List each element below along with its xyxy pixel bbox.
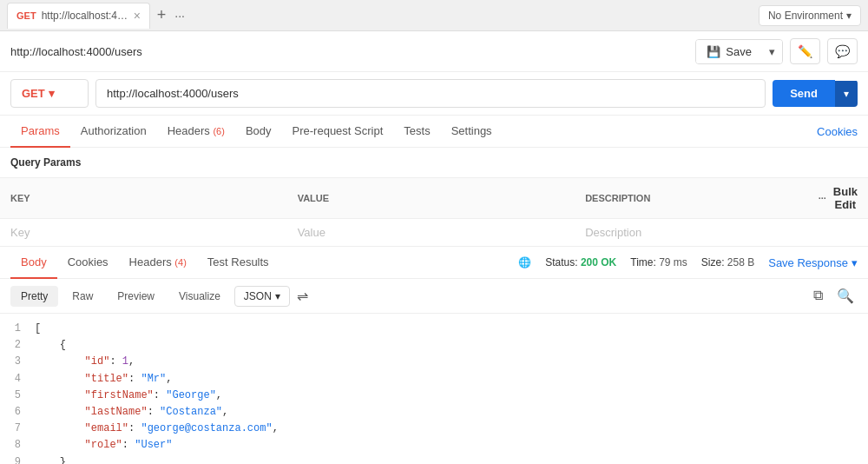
tab-headers[interactable]: Headers (6) — [157, 116, 235, 148]
code-line-5: 5 "firstName": "George", — [0, 388, 868, 404]
environment-chevron: ▾ — [846, 10, 852, 22]
code-line-3: 3 "id": 1, — [0, 354, 868, 370]
code-line-2: 2 { — [0, 337, 868, 354]
save-dropdown-button[interactable]: ▾ — [762, 40, 782, 63]
address-bar: http://localhost:4000/users 💾 Save ▾ ✏️ … — [0, 31, 868, 72]
response-tab-cookies[interactable]: Cookies — [57, 247, 119, 279]
code-line-1: 1 [ — [0, 321, 868, 337]
request-tab[interactable]: GET http://localhost:4000/us × — [7, 3, 150, 29]
view-tab-pretty[interactable]: Pretty — [10, 286, 58, 307]
view-tabs: Pretty Raw Preview Visualize JSON ▾ ⇌ ⧉ … — [0, 279, 868, 314]
desc-cell: Description — [575, 219, 807, 247]
format-label: JSON — [244, 290, 272, 302]
send-button[interactable]: Send — [773, 80, 835, 107]
tab-settings[interactable]: Settings — [441, 116, 503, 148]
save-response-button[interactable]: Save Response ▾ — [768, 256, 858, 269]
bulk-edit-button[interactable]: Bulk Edit — [833, 185, 858, 211]
method-label: GET — [22, 87, 45, 100]
status-label: Status: 200 OK — [545, 256, 616, 268]
status-value: 200 OK — [581, 256, 616, 268]
code-line-8: 8 "role": "User" — [0, 437, 868, 454]
save-response-chevron: ▾ — [852, 256, 858, 269]
method-chevron: ▾ — [49, 87, 55, 100]
key-placeholder: Key — [10, 226, 30, 239]
time-label: Time: 79 ms — [630, 256, 687, 268]
desc-placeholder: Description — [585, 226, 641, 239]
response-tab-headers[interactable]: Headers (4) — [119, 247, 197, 279]
value-cell: Value — [287, 219, 575, 247]
tab-pre-request[interactable]: Pre-request Script — [282, 116, 394, 148]
tab-tests[interactable]: Tests — [393, 116, 440, 148]
view-actions: ⧉ 🔍 — [810, 284, 858, 308]
tab-body[interactable]: Body — [235, 116, 282, 148]
size-label: Size: 258 B — [701, 256, 754, 268]
save-response-label: Save Response — [768, 256, 848, 269]
wrap-button[interactable]: ⇌ — [293, 284, 312, 308]
view-tab-visualize[interactable]: Visualize — [168, 286, 231, 307]
edit-icon-button[interactable]: ✏️ — [790, 38, 820, 64]
more-actions-icon[interactable]: ··· — [819, 193, 826, 203]
tab-more-icon[interactable]: ··· — [174, 9, 185, 23]
tab-method: GET — [16, 10, 36, 21]
view-tab-raw[interactable]: Raw — [62, 286, 103, 307]
col-description: DESCRIPTION — [575, 178, 807, 219]
params-table: KEY VALUE DESCRIPTION ··· Bulk Edit Key … — [0, 177, 868, 247]
view-tab-preview[interactable]: Preview — [107, 286, 165, 307]
send-button-group: Send ▾ — [773, 80, 858, 107]
time-value: 79 ms — [659, 256, 687, 268]
tab-url: http://localhost:4000/us — [42, 10, 128, 22]
save-button-group: 💾 Save ▾ — [695, 39, 783, 64]
address-url: http://localhost:4000/users — [10, 45, 688, 58]
response-status: 🌐 Status: 200 OK Time: 79 ms Size: 258 B… — [518, 256, 858, 269]
cookies-link[interactable]: Cookies — [817, 125, 858, 138]
row-actions — [808, 219, 868, 247]
comment-icon-button[interactable]: 💬 — [827, 38, 858, 64]
code-line-7: 7 "email": "george@costanza.com", — [0, 421, 868, 437]
code-line-6: 6 "lastName": "Costanza", — [0, 404, 868, 421]
section-title: Query Params — [0, 148, 868, 177]
value-placeholder: Value — [298, 226, 326, 239]
save-icon: 💾 — [707, 45, 720, 58]
method-selector[interactable]: GET ▾ — [10, 79, 89, 108]
request-tabs: Params Authorization Headers (6) Body Pr… — [0, 116, 868, 148]
code-line-4: 4 "title": "Mr", — [0, 371, 868, 388]
col-value: VALUE — [287, 178, 575, 219]
copy-icon[interactable]: ⧉ — [810, 284, 826, 308]
save-label: Save — [726, 45, 752, 58]
size-value: 258 B — [727, 256, 754, 268]
globe-icon: 🌐 — [518, 256, 531, 268]
col-key: KEY — [0, 178, 287, 219]
send-dropdown-button[interactable]: ▾ — [835, 81, 858, 107]
tab-params[interactable]: Params — [10, 116, 70, 148]
query-params-section: Query Params KEY VALUE DESCRIPTION ··· B… — [0, 148, 868, 247]
key-cell: Key — [0, 219, 287, 247]
search-icon[interactable]: 🔍 — [833, 284, 858, 308]
environment-selector[interactable]: No Environment ▾ — [759, 5, 861, 26]
tab-close-icon[interactable]: × — [134, 9, 141, 23]
response-tab-body[interactable]: Body — [10, 247, 57, 279]
response-header: Body Cookies Headers (4) Test Results 🌐 … — [0, 247, 868, 279]
request-bar: GET ▾ Send ▾ — [0, 72, 868, 116]
code-line-9: 9 } — [0, 454, 868, 465]
format-selector[interactable]: JSON ▾ — [234, 286, 290, 307]
format-chevron: ▾ — [275, 290, 280, 302]
table-row: Key Value Description — [0, 219, 868, 247]
save-button[interactable]: 💾 Save — [696, 40, 762, 63]
new-tab-button[interactable]: + — [154, 6, 170, 24]
response-body: 1 [ 2 { 3 "id": 1, 4 "title": "Mr", 5 "f… — [0, 314, 868, 464]
response-tab-test-results[interactable]: Test Results — [197, 247, 279, 279]
url-input[interactable] — [95, 79, 766, 108]
col-actions: ··· Bulk Edit — [808, 178, 868, 219]
environment-label: No Environment — [768, 10, 843, 22]
tab-authorization[interactable]: Authorization — [70, 116, 157, 148]
